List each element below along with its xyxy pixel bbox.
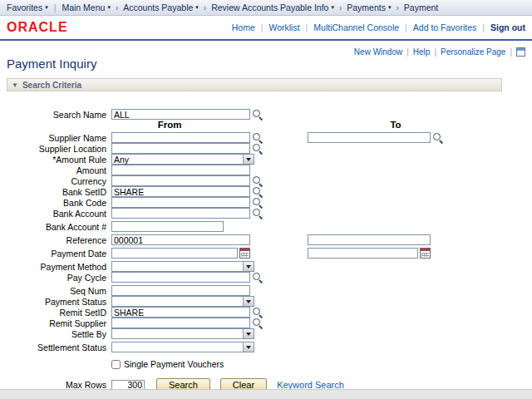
remit-setid-input[interactable] [111,307,250,318]
breadcrumb-separator: › [116,3,118,12]
search-name-lookup-icon[interactable] [252,109,263,120]
label-bank-setid: Bank SetID [7,187,111,197]
to-column-header: To [308,120,484,131]
reference-to-input[interactable] [308,234,431,245]
single-payment-vouchers-checkbox[interactable] [111,360,121,369]
label-reference: Reference [7,235,111,245]
settle-by-select[interactable] [111,328,254,339]
new-window-link[interactable]: New Window [354,47,402,57]
payment-date-to-input[interactable] [308,248,418,259]
from-column-header: From [111,120,228,131]
seq-num-input[interactable] [111,285,250,296]
down-arrow-icon [243,155,254,164]
label-bank-code: Bank Code [7,198,111,208]
label-supplier-location: Supplier Location [7,144,111,154]
label-payment-date: Payment Date [7,249,111,259]
sign-out-link[interactable]: Sign out [490,22,525,32]
divider: | [261,22,264,32]
amount-rule-select[interactable]: Any [111,154,254,165]
horizontal-scrollbar[interactable] [0,389,532,399]
label-currency: Currency [7,176,111,186]
down-arrow-icon [243,342,254,352]
label-pay-cycle: Pay Cycle [7,273,111,283]
section-title: Search Criteria [22,81,81,90]
label-bank-account: Bank Account [7,209,111,219]
pay-cycle-lookup-icon[interactable] [252,272,263,283]
label-amount: Amount [7,165,111,175]
label-remit-setid: Remit SetID [7,308,111,318]
divider: | [54,2,57,12]
payment-date-to-calendar-icon[interactable] [420,248,431,259]
chevron-down-icon: ▾ [45,4,48,11]
bank-account-number-input[interactable] [111,221,224,232]
bank-setid-input[interactable] [111,186,250,197]
breadcrumb-payments[interactable]: Payments▾ [347,2,391,12]
label-settle-by: Settle By [7,329,111,339]
label-settlement-status: Settlement Status [7,342,111,352]
search-criteria-section-header[interactable]: ▼ Search Criteria [7,78,502,91]
breadcrumb-current[interactable]: Payment [404,2,438,12]
payment-date-input[interactable] [111,248,238,259]
divider: | [510,47,512,57]
currency-input[interactable] [111,175,250,186]
search-criteria-form: Search Name From To Supplier Name [7,109,525,392]
bank-code-lookup-icon[interactable] [252,197,263,208]
down-arrow-icon [243,329,254,338]
down-arrow-icon [243,262,254,271]
amount-input[interactable] [111,165,250,175]
collapse-triangle-icon[interactable]: ▼ [12,81,18,89]
payment-date-calendar-icon[interactable] [239,248,250,259]
supplier-name-to-input[interactable] [308,132,431,143]
oracle-logo: ORACLE [7,20,68,35]
supplier-location-input[interactable] [111,143,250,154]
supplier-name-lookup-icon[interactable] [252,132,263,143]
label-payment-method: Payment Method [7,262,111,272]
supplier-name-input[interactable] [111,132,250,143]
chevron-down-icon: ▾ [388,4,392,11]
search-name-input[interactable] [111,109,250,120]
breadcrumb-review-ap-info[interactable]: Review Accounts Payable Info▾ [211,2,334,12]
bank-account-input[interactable] [111,208,250,219]
payment-status-select[interactable] [111,296,254,307]
multichannel-console-link[interactable]: MultiChannel Console [313,22,399,32]
label-search-name: Search Name [7,110,111,120]
supplier-name-to-lookup-icon[interactable] [432,132,443,143]
breadcrumb-separator: › [339,3,342,12]
divider: | [434,47,436,57]
payment-method-select[interactable] [111,261,254,272]
reference-input[interactable] [111,234,250,245]
remit-setid-lookup-icon[interactable] [252,307,263,318]
divider: | [406,47,409,57]
down-arrow-icon [243,297,254,306]
breadcrumb-separator: › [396,3,398,12]
chevron-down-icon: ▾ [195,4,199,11]
home-link[interactable]: Home [232,22,255,32]
divider: | [405,22,407,32]
divider: | [306,22,308,32]
label-payment-status: Payment Status [7,297,111,307]
currency-lookup-icon[interactable] [252,175,263,186]
label-amount-rule: *Amount Rule [7,155,111,165]
label-supplier-name: Supplier Name [7,133,111,143]
label-bank-account-number: Bank Account # [7,222,111,232]
bank-code-input[interactable] [111,197,250,208]
remit-supplier-input[interactable] [111,318,250,328]
copy-url-icon[interactable] [516,47,525,57]
page-content: New Window | Help | Personalize Page | P… [0,41,532,397]
add-to-favorites-link[interactable]: Add to Favorites [413,22,476,32]
supplier-location-lookup-icon[interactable] [252,143,263,154]
settlement-status-select[interactable] [111,342,254,352]
divider: | [482,22,485,32]
bank-account-lookup-icon[interactable] [252,208,263,219]
pay-cycle-input[interactable] [111,272,250,283]
help-link[interactable]: Help [413,47,431,57]
worklist-link[interactable]: Worklist [268,22,299,32]
app-header: ORACLE Home | Worklist | MultiChannel Co… [0,16,532,41]
personalize-page-link[interactable]: Personalize Page [441,47,505,57]
breadcrumb-accounts-payable[interactable]: Accounts Payable▾ [123,2,199,12]
bank-setid-lookup-icon[interactable] [252,186,263,197]
page-action-links: New Window | Help | Personalize Page | [354,47,525,57]
breadcrumb-main-menu[interactable]: Main Menu▾ [62,2,110,12]
breadcrumb-favorites[interactable]: Favorites▾ [7,2,48,12]
remit-supplier-lookup-icon[interactable] [252,318,263,328]
